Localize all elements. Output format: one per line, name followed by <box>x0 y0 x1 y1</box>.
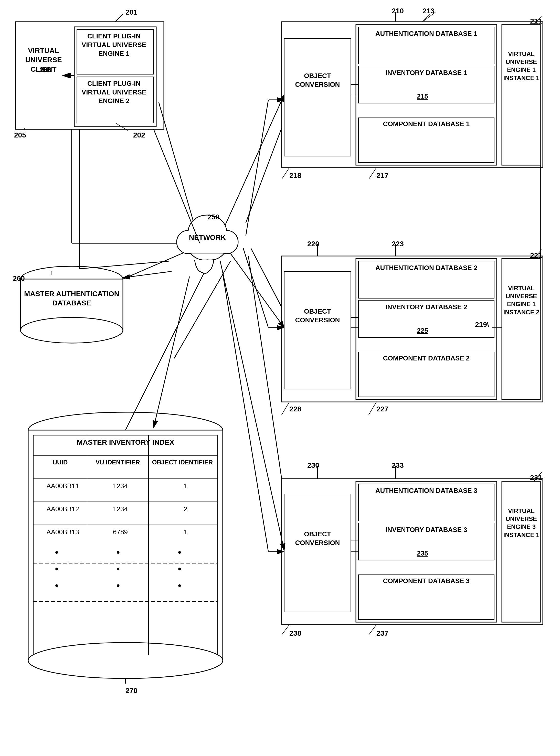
svg-line-79 <box>282 168 289 179</box>
svg-line-80 <box>369 168 376 179</box>
svg-rect-44 <box>284 271 351 389</box>
obj-conv-1-label: OBJECT CONVERSION <box>284 72 351 89</box>
row3-vu: 6789 <box>94 528 147 537</box>
col-uuid: UUID <box>35 458 86 466</box>
ref-218: 218 <box>289 171 301 180</box>
svg-rect-35 <box>284 38 351 156</box>
svg-rect-49 <box>502 259 540 400</box>
dots3: • <box>55 580 58 592</box>
vue1-inst2-label: VIRTUAL UNIVERSE ENGINE 1 INSTANCE 2 <box>502 284 540 316</box>
row1-uuid: AA00BB11 <box>40 482 86 491</box>
inv-db-1-label: INVENTORY DATABASE 1 <box>359 68 494 77</box>
dots7: • <box>178 547 181 559</box>
dots8: • <box>178 563 181 575</box>
svg-point-1 <box>30 33 36 39</box>
vue1-inst1-label: VIRTUAL UNIVERSE ENGINE 1 INSTANCE 1 <box>502 50 540 82</box>
ref-205: 205 <box>14 130 26 140</box>
row3-uuid: AA00BB13 <box>40 528 86 537</box>
ref-260: 260 <box>13 274 25 283</box>
obj-conv-2-label: OBJECT CONVERSION <box>284 307 351 325</box>
inv-db-2-label: INVENTORY DATABASE 2 <box>359 303 494 311</box>
row1-obj: 1 <box>160 482 211 491</box>
row2-vu: 1234 <box>94 505 147 514</box>
dots1: • <box>55 547 58 559</box>
row2-uuid: AA00BB12 <box>40 505 86 514</box>
ref-237: 237 <box>376 629 388 638</box>
ref-228: 228 <box>289 405 301 414</box>
ref-210: 210 <box>392 6 404 16</box>
col-vu-id: VU IDENTIFIER <box>88 458 147 466</box>
svg-point-0 <box>21 22 30 32</box>
svg-rect-55 <box>284 494 351 612</box>
svg-line-105 <box>223 274 268 552</box>
ref-200: 200 <box>40 65 52 75</box>
row2-obj: 2 <box>160 505 211 514</box>
ref-227: 227 <box>376 405 388 414</box>
ref-220: 220 <box>307 239 319 249</box>
col-obj-id: OBJECT IDENTIFIER <box>150 458 215 466</box>
ref-223: 223 <box>392 239 404 249</box>
svg-line-103 <box>246 100 268 236</box>
ref-211: 211 <box>530 17 542 26</box>
obj-conv-3-label: OBJECT CONVERSION <box>284 530 351 547</box>
ref-250: 250 <box>207 212 219 222</box>
svg-rect-60 <box>502 481 540 622</box>
ref-202: 202 <box>133 130 145 140</box>
master-inventory-title: MASTER INVENTORY INDEX <box>36 438 215 447</box>
svg-line-99 <box>79 261 169 269</box>
svg-line-16 <box>248 256 282 479</box>
svg-line-33 <box>125 261 210 430</box>
svg-line-7 <box>115 14 123 22</box>
ref-221: 221 <box>530 251 542 260</box>
svg-line-82 <box>369 402 376 415</box>
svg-line-14 <box>251 248 282 307</box>
dots9: • <box>178 580 181 592</box>
svg-line-84 <box>369 625 376 635</box>
dots6: • <box>117 580 120 592</box>
auth-db-2-label: AUTHENTICATION DATABASE 2 <box>359 264 494 272</box>
comp-db-3-label: COMPONENT DATABASE 3 <box>359 577 494 586</box>
auth-db-1-label: AUTHENTICATION DATABASE 1 <box>359 29 494 38</box>
ref-213: 213 <box>422 6 435 16</box>
svg-line-102 <box>154 277 189 428</box>
row1-vu: 1234 <box>94 482 147 491</box>
ref-217: 217 <box>376 171 388 180</box>
inv-db-3-label: INVENTORY DATABASE 3 <box>359 526 494 534</box>
ref-233: 233 <box>392 461 404 470</box>
ref-215: 215 <box>397 92 448 101</box>
svg-line-9 <box>115 123 128 130</box>
svg-point-24 <box>28 642 223 678</box>
network-label: NETWORK <box>177 233 238 242</box>
comp-db-2-label: COMPONENT DATABASE 2 <box>359 354 494 363</box>
dots4: • <box>117 547 120 559</box>
vue3-inst1-label: VIRTUAL UNIVERSE ENGINE 3 INSTANCE 1 <box>502 507 540 539</box>
svg-point-2 <box>26 40 30 44</box>
ref-235: 235 <box>397 549 448 558</box>
ref-230: 230 <box>307 461 319 470</box>
auth-db-3-label: AUTHENTICATION DATABASE 3 <box>359 486 494 495</box>
svg-rect-40 <box>502 24 540 165</box>
dots2: • <box>55 563 58 575</box>
svg-point-17 <box>20 266 123 292</box>
ref-219: 219\ <box>475 320 489 329</box>
comp-db-1-label: COMPONENT DATABASE 1 <box>359 120 494 128</box>
ref-270: 270 <box>125 686 138 695</box>
svg-line-13 <box>246 128 282 223</box>
dots5: • <box>117 563 120 575</box>
svg-point-19 <box>20 318 123 343</box>
ref-201: 201 <box>125 8 138 17</box>
svg-line-70 <box>220 261 284 550</box>
row3-obj: 1 <box>160 528 211 537</box>
plugin1-label: CLIENT PLUG-IN VIRTUAL UNIVERSE ENGINE 1 <box>76 32 152 58</box>
plugin2-label: CLIENT PLUG-IN VIRTUAL UNIVERSE ENGINE 2 <box>76 79 152 105</box>
svg-line-81 <box>282 402 289 415</box>
ref-231: 231 <box>530 473 542 482</box>
ref-238: 238 <box>289 629 301 638</box>
svg-line-83 <box>282 625 289 635</box>
ref-225: 225 <box>397 326 448 335</box>
svg-line-101 <box>123 271 172 278</box>
svg-rect-23 <box>33 435 218 655</box>
master-auth-label: MASTER AUTHENTICATION DATABASE <box>20 289 123 308</box>
